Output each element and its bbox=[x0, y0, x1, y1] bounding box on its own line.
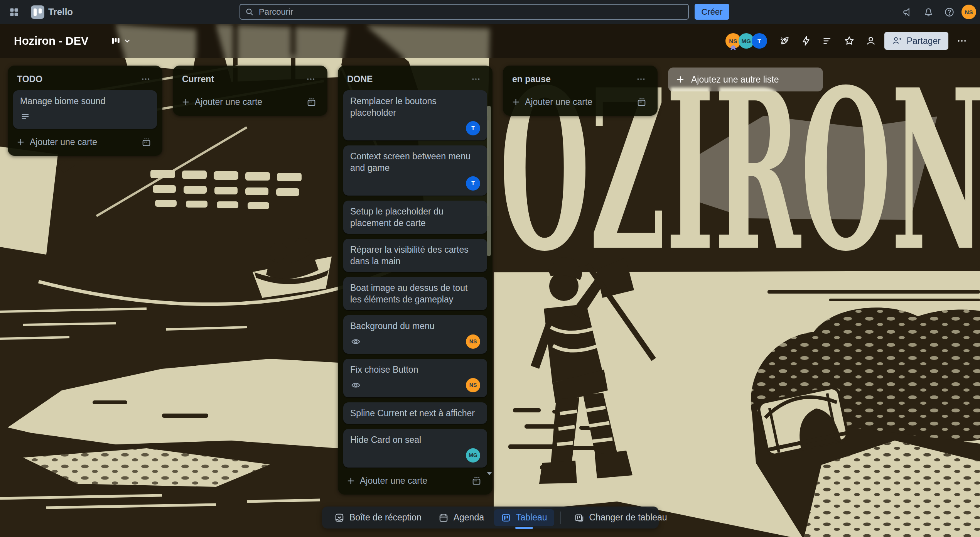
scrollbar-thumb[interactable] bbox=[487, 106, 491, 256]
create-button[interactable]: Créer bbox=[695, 4, 729, 20]
add-card-button[interactable]: Ajouter une carte bbox=[343, 469, 487, 490]
list-title: DONE bbox=[347, 74, 373, 84]
card[interactable]: Réparer la visibilité des cartes dans la… bbox=[343, 239, 487, 272]
list-title: TODO bbox=[17, 74, 42, 84]
list: Current Ajouter une carte bbox=[173, 66, 327, 116]
watch-icon bbox=[351, 380, 361, 390]
card-title: Spline Current et next à afficher bbox=[350, 407, 480, 419]
add-card-button[interactable]: Ajouter une carte bbox=[178, 90, 322, 111]
power-ups-button[interactable] bbox=[776, 33, 793, 49]
filter-icon bbox=[822, 35, 833, 46]
divider bbox=[560, 512, 561, 524]
add-card-button[interactable]: Ajouter une carte bbox=[508, 90, 652, 111]
card[interactable]: Context screen between menu and game T bbox=[343, 145, 487, 196]
list-scrollbar[interactable] bbox=[487, 90, 491, 473]
bell-icon bbox=[923, 7, 934, 17]
card-meta-row: MG bbox=[350, 448, 480, 463]
card-meta-row: NS bbox=[350, 334, 480, 349]
list-cards: Manage biome sound bbox=[13, 90, 157, 129]
person-plus-icon bbox=[892, 36, 902, 46]
card-title: Setup le placeholder du placement de car… bbox=[350, 206, 480, 229]
card-member-avatar[interactable]: T bbox=[466, 176, 480, 191]
card[interactable]: Setup le placeholder du placement de car… bbox=[343, 201, 487, 234]
tab-board-label: Tableau bbox=[516, 512, 547, 523]
visibility-button[interactable] bbox=[863, 33, 879, 49]
inbox-icon bbox=[334, 513, 344, 523]
help-button[interactable] bbox=[941, 3, 958, 20]
board-menu-button[interactable] bbox=[954, 33, 970, 49]
card-title: Boat image au dessus de tout les élément… bbox=[350, 282, 480, 305]
trello-logo-text: Trello bbox=[48, 7, 73, 17]
card-member-avatar[interactable]: T bbox=[466, 121, 480, 135]
create-from-template-button[interactable] bbox=[138, 134, 154, 150]
top-app-bar: Trello Créer NS bbox=[0, 0, 980, 24]
board-view-switcher[interactable] bbox=[111, 36, 132, 46]
card-meta-row: NS bbox=[350, 378, 480, 392]
list-header: DONE bbox=[343, 70, 487, 90]
trello-board-page: { "top_bar": { "logo_text": "Trello", "s… bbox=[0, 0, 980, 537]
notifications-button[interactable] bbox=[920, 3, 937, 20]
board-members: NS MG T bbox=[728, 33, 767, 49]
list-header: TODO bbox=[13, 70, 157, 90]
create-from-template-button[interactable] bbox=[304, 94, 319, 110]
tab-agenda[interactable]: Agenda bbox=[432, 509, 491, 526]
scroll-down-arrow-icon[interactable] bbox=[487, 472, 492, 475]
create-from-template-button[interactable] bbox=[634, 94, 649, 110]
board-icon bbox=[501, 513, 511, 523]
list-menu-button[interactable] bbox=[469, 72, 483, 86]
list-title: en pause bbox=[512, 74, 551, 84]
card-meta-row bbox=[20, 109, 150, 124]
card[interactable]: Background du menu NS bbox=[343, 315, 487, 354]
card-member-avatar[interactable]: NS bbox=[466, 378, 480, 392]
star-icon bbox=[844, 35, 855, 46]
card[interactable]: Remplacer le boutons placeholder T bbox=[343, 90, 487, 140]
search-icon bbox=[245, 7, 254, 17]
app-switcher-button[interactable] bbox=[5, 3, 22, 20]
list: en pause Ajouter une carte bbox=[503, 66, 658, 116]
board-title[interactable]: Hoziron - DEV bbox=[10, 32, 92, 50]
member-avatar-t[interactable]: T bbox=[752, 33, 767, 49]
card[interactable]: Manage biome sound bbox=[13, 90, 157, 129]
card[interactable]: Hide Card on seal MG bbox=[343, 429, 487, 468]
add-list-button[interactable]: Ajoutez une autre liste bbox=[668, 68, 823, 91]
card-member-avatar[interactable]: MG bbox=[466, 448, 480, 463]
card[interactable]: Fix choise Button NS bbox=[343, 359, 487, 397]
user-avatar[interactable]: NS bbox=[961, 5, 976, 19]
switch-board-icon bbox=[574, 513, 584, 523]
list-menu-button[interactable] bbox=[304, 72, 318, 86]
card-meta-row: T bbox=[350, 176, 480, 191]
list-header: Current bbox=[178, 70, 322, 90]
add-card-button[interactable]: Ajouter une carte bbox=[13, 130, 157, 151]
plus-icon bbox=[676, 75, 685, 84]
list: TODO Manage biome sound Ajouter une cart… bbox=[8, 66, 162, 156]
plus-icon bbox=[181, 98, 190, 106]
create-from-template-button[interactable] bbox=[469, 473, 484, 488]
card-title: Hide Card on seal bbox=[350, 434, 480, 446]
card[interactable]: Boat image au dessus de tout les élément… bbox=[343, 277, 487, 310]
share-button[interactable]: Partager bbox=[884, 32, 948, 50]
watch-icon bbox=[351, 337, 361, 346]
description-icon bbox=[21, 112, 30, 121]
tab-inbox-label: Boîte de réception bbox=[349, 512, 422, 523]
tab-inbox[interactable]: Boîte de réception bbox=[327, 509, 428, 526]
search-input[interactable] bbox=[258, 7, 683, 17]
star-button[interactable] bbox=[841, 33, 857, 49]
plus-icon bbox=[511, 98, 520, 106]
search-bar[interactable] bbox=[240, 4, 689, 20]
tab-board[interactable]: Tableau bbox=[494, 509, 554, 526]
trello-logo[interactable]: Trello bbox=[28, 4, 76, 20]
rocket-icon bbox=[779, 35, 790, 46]
automation-button[interactable] bbox=[798, 33, 814, 49]
card[interactable]: Spline Current et next à afficher bbox=[343, 402, 487, 424]
tab-switch-board[interactable]: Changer de tableau bbox=[567, 509, 674, 526]
card-member-avatar[interactable]: NS bbox=[466, 334, 480, 349]
card-title: Background du menu bbox=[350, 320, 480, 332]
card-title: Fix choise Button bbox=[350, 364, 480, 375]
filter-button[interactable] bbox=[820, 33, 836, 49]
announcements-button[interactable] bbox=[899, 3, 916, 20]
list: DONE Remplacer le boutons placeholder T … bbox=[338, 66, 493, 495]
calendar-icon bbox=[439, 513, 449, 523]
card-title: Remplacer le boutons placeholder bbox=[350, 95, 480, 118]
list-menu-button[interactable] bbox=[634, 72, 648, 86]
list-menu-button[interactable] bbox=[138, 72, 153, 86]
